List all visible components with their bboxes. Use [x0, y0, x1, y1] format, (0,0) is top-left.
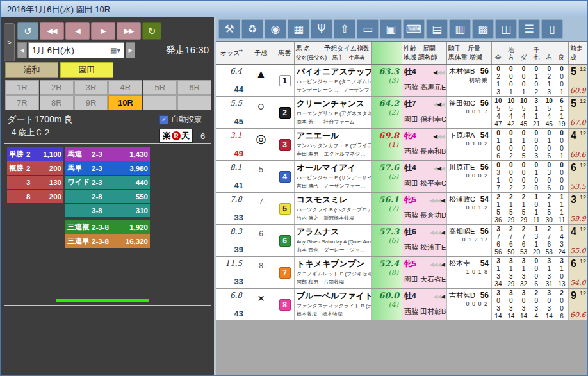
stat-value: 0: [492, 65, 505, 73]
race-button[interactable]: 4R: [108, 80, 142, 95]
stat-value: 2: [530, 290, 543, 297]
next-race-button[interactable]: ▶: [91, 22, 115, 40]
payout-row: ワイド 2-3 440: [65, 176, 150, 189]
horse-row[interactable]: 5.5 45 ○ 2 クリーンチャンス ローエングリン E (アグネスタキオン …: [216, 97, 588, 129]
last-race-button[interactable]: ▶▶: [117, 22, 141, 40]
race-selector-panel: > ↺ ◀◀ ◀ ▶ ▶▶ ↻ ◀ 1月 6日(水) ▦▾ ▶ 発走16:30 …: [1, 17, 214, 375]
prev-race-month: 12: [580, 66, 586, 72]
track-tab[interactable]: 園田: [60, 62, 113, 78]
stats-row: 111010: [492, 137, 568, 145]
refresh-recycle-icon[interactable]: ♻: [241, 19, 263, 39]
race-button[interactable]: 9R: [74, 95, 108, 110]
panel-icon[interactable]: ▭: [357, 19, 379, 39]
race-button[interactable]: 3R: [74, 80, 108, 95]
book-icon[interactable]: ▤: [426, 19, 448, 39]
stats-row: 311231: [492, 88, 568, 96]
horse-row[interactable]: 11.5 33 -8- 7 トキメキプンプン タニノギムレット E (フジキセキ…: [216, 257, 588, 289]
header-horse-number: 馬番: [275, 42, 295, 64]
predicted-rank: (7): [372, 204, 402, 213]
cascade-windows-icon[interactable]: ▣: [380, 19, 402, 39]
prev-speed-index: 54.0: [570, 279, 586, 287]
horse-row[interactable]: 3.1 49 ◎ 3 アニエール マンハッタンカフェ E (ブライアンズタイム …: [216, 129, 588, 161]
odds-cell: 6.4 44: [216, 65, 247, 96]
keyboard-window-icon[interactable]: ⌨: [403, 19, 425, 39]
stats-row: 222121: [492, 193, 568, 201]
header-odds: オッズ+: [216, 42, 247, 64]
document-icon[interactable]: ▯: [541, 19, 563, 39]
payout-row: 複勝 2 200: [7, 161, 63, 175]
horse-name: アラムナス: [295, 225, 371, 237]
book-open-icon[interactable]: ▥: [449, 19, 471, 39]
stats-row: 000000: [492, 129, 568, 137]
stat-value: 3: [530, 152, 543, 160]
stat-value: 0: [492, 161, 505, 169]
stats-row: 000000: [492, 65, 568, 73]
undo-button[interactable]: ↺: [17, 22, 38, 40]
stat-value: 3: [492, 305, 505, 313]
calendar-icon[interactable]: ▦▾: [110, 46, 120, 54]
stat-value: 1: [555, 193, 568, 201]
date-picker[interactable]: 1月 6日(水) ▦▾: [28, 42, 124, 58]
tools-list-icon[interactable]: ☰: [518, 19, 540, 39]
date-row: ◀ 1月 6日(水) ▦▾ ▶: [17, 42, 135, 58]
jockey-cell: 木村健B 56 初騎乗: [447, 65, 492, 96]
race-button[interactable]: 5R: [143, 80, 177, 95]
refresh-button[interactable]: ↻: [142, 22, 161, 40]
sire-dam-sire: ハービンジャー E (タニノギムレット B): [295, 77, 371, 86]
auto-bet-checkbox[interactable]: ✓: [159, 115, 168, 124]
race-button[interactable]: [143, 95, 177, 110]
prev-race-month: 12: [580, 290, 586, 297]
race-button[interactable]: 8R: [40, 95, 74, 110]
shapes-icon[interactable]: ◉: [265, 19, 286, 39]
prev-race-button[interactable]: ◀: [65, 22, 90, 40]
region-trainer: 西脇 松浦正E: [402, 238, 446, 252]
payout-amount: 130: [35, 179, 61, 186]
prev-race-month: 12: [580, 98, 586, 104]
date-next-button[interactable]: ▶: [126, 42, 135, 58]
horse-row[interactable]: 7.8 33 -7- 5 コスモスミレ ハーツクライ B (ヘクタープロテクター…: [216, 193, 588, 225]
stat-value: 1: [492, 265, 505, 273]
horse-row[interactable]: 8.3 39 -6- 6 アラムナス Any Given Saturday A …: [216, 225, 588, 257]
date-prev-button[interactable]: ◀: [17, 42, 27, 58]
predicted-index-cell: 60.0 (4): [372, 289, 402, 320]
stat-value: 0: [543, 177, 555, 184]
stat-value: 0: [518, 161, 530, 169]
race-nav-toolbar: ↺ ◀◀ ◀ ▶ ▶▶ ↻: [17, 22, 161, 40]
owner-breeder: 竹内 勝之 新冠橋本牧場: [295, 215, 371, 222]
horse-row[interactable]: 8.1 41 -5- 4 オールマイアイ ハービンジャー E (サンデーサイレン…: [216, 161, 588, 193]
window-list-icon[interactable]: ◫: [495, 19, 517, 39]
pace-arrows: ◀◀◀: [433, 133, 445, 140]
odds-cell: 8.1 41: [216, 161, 247, 192]
balance-icon[interactable]: Ψ: [311, 19, 332, 39]
stat-value: 0: [555, 129, 568, 137]
race-button[interactable]: [177, 95, 211, 110]
stat-value: 1: [555, 152, 568, 160]
payout-row: 馬単 2-3 3,980: [65, 161, 150, 175]
race-button[interactable]: 2R: [40, 80, 74, 95]
record-stats-cell: 1010103106555151444141474245214519: [492, 97, 569, 128]
image-icon[interactable]: ▩: [472, 19, 494, 39]
stat-value: 6: [518, 241, 530, 249]
stats-row: 666163: [492, 241, 568, 249]
panel-expander-button[interactable]: >: [4, 23, 15, 61]
race-button[interactable]: 7R: [5, 95, 39, 110]
monitor-upload-icon[interactable]: ⇧: [334, 19, 355, 39]
stat-value: 3: [492, 290, 505, 297]
stat-value: 3: [543, 273, 555, 281]
record-stats-cell: 000000300130100000722060: [492, 161, 569, 192]
pace-arrow-icon: ◀: [441, 229, 445, 236]
grid-matrix-icon[interactable]: ▦: [288, 19, 309, 39]
payout-type-label: 複勝: [9, 163, 26, 173]
sire-dam-sire: ハーツクライ B (ヘクタープロテクター E): [295, 205, 371, 215]
stat-value: 21: [530, 120, 543, 128]
stat-value: 31: [543, 281, 555, 288]
track-tab[interactable]: 浦和: [5, 62, 58, 78]
race-button[interactable]: 1R: [5, 80, 39, 95]
race-button[interactable]: 10R: [108, 95, 142, 110]
race-button[interactable]: 6R: [177, 80, 211, 95]
horse-row[interactable]: 6.4 44 ▲ 1 パイオニアステップ ハービンジャー E (タニノギムレット…: [216, 65, 588, 97]
popularity-value: 49: [234, 149, 243, 158]
horse-row[interactable]: 6.8 43 × 8 ブルーベルファイト ファンタスティックライト B (デヒア…: [216, 289, 588, 321]
settings-wrench-icon[interactable]: ⚒: [218, 19, 240, 39]
first-race-button[interactable]: ◀◀: [40, 22, 64, 40]
